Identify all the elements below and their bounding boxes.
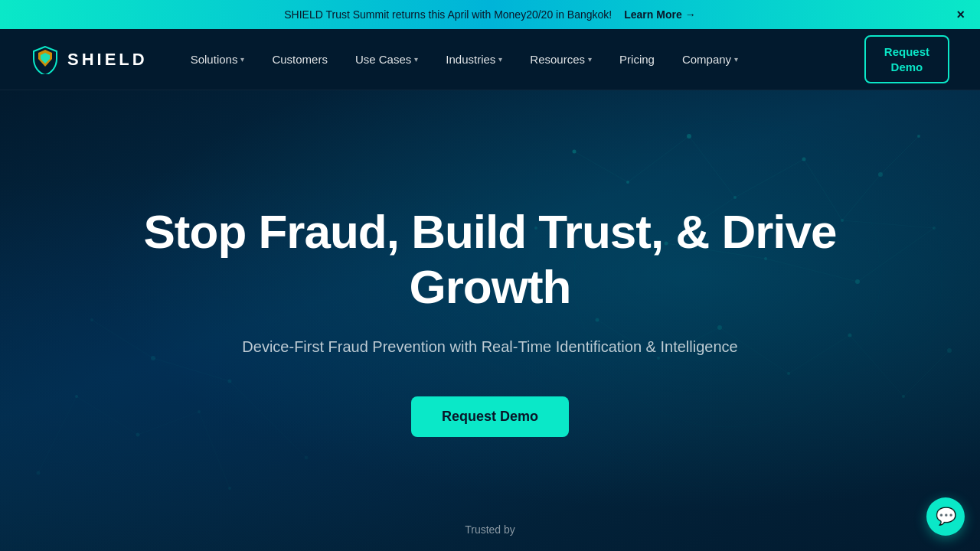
nav-pricing[interactable]: Pricing <box>607 47 667 72</box>
nav-industries[interactable]: Industries ▾ <box>433 47 514 72</box>
svg-line-35 <box>880 136 919 174</box>
use-cases-chevron-icon: ▾ <box>414 55 418 64</box>
announcement-banner: SHIELD Trust Summit returns this April w… <box>0 0 980 29</box>
navbar: SHIELD Solutions ▾ Customers Use Cases ▾… <box>0 29 980 90</box>
solutions-chevron-icon: ▾ <box>240 55 244 64</box>
logo[interactable]: SHIELD <box>31 45 148 74</box>
nav-solutions[interactable]: Solutions ▾ <box>178 47 257 72</box>
company-chevron-icon: ▾ <box>734 55 738 64</box>
hero-request-demo-button[interactable]: Request Demo <box>411 396 569 437</box>
industries-chevron-icon: ▾ <box>498 55 502 64</box>
svg-line-32 <box>735 159 804 197</box>
nav-resources[interactable]: Resources ▾ <box>518 47 604 72</box>
resources-chevron-icon: ▾ <box>588 55 592 64</box>
nav-request-demo-button[interactable]: Request Demo <box>864 35 949 83</box>
hero-subtitle: Device-First Fraud Prevention with Real-… <box>115 335 865 358</box>
trusted-by-label: Trusted by <box>465 523 515 536</box>
nav-links: Solutions ▾ Customers Use Cases ▾ Indust… <box>178 47 864 72</box>
nav-customers[interactable]: Customers <box>260 47 340 72</box>
svg-line-31 <box>689 136 735 197</box>
hero-section: Stop Fraud, Build Trust, & Drive Growth … <box>0 90 980 551</box>
hero-title: Stop Fraud, Build Trust, & Drive Growth <box>115 204 865 314</box>
svg-line-29 <box>574 152 628 182</box>
announcement-text: SHIELD Trust Summit returns this April w… <box>284 8 612 21</box>
chat-icon: 💬 <box>936 507 956 527</box>
learn-more-link[interactable]: Learn More → <box>624 8 695 21</box>
svg-line-30 <box>628 136 689 182</box>
logo-text: SHIELD <box>67 50 148 70</box>
nav-company[interactable]: Company ▾ <box>670 47 750 72</box>
shield-logo-icon <box>31 45 60 74</box>
hero-content: Stop Fraud, Build Trust, & Drive Growth … <box>69 204 911 437</box>
banner-close-button[interactable]: × <box>956 8 965 21</box>
chat-widget[interactable]: 💬 <box>926 497 965 536</box>
nav-use-cases[interactable]: Use Cases ▾ <box>343 47 430 72</box>
